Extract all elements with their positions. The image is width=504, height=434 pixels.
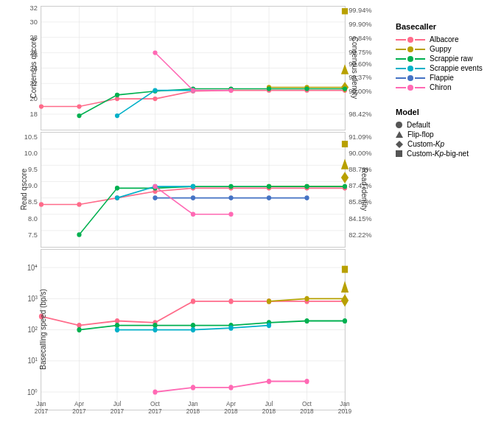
- svg-point-145: [191, 298, 195, 304]
- panel2-y-right-label: Read identity: [360, 168, 368, 211]
- panel1-svg: 18 20 22 24 26 28 30 32 98.42% 99.00% 99…: [41, 7, 345, 130]
- svg-text:8.0: 8.0: [28, 214, 38, 222]
- svg-point-109: [304, 184, 309, 189]
- svg-point-46: [77, 113, 81, 118]
- svg-point-35: [153, 97, 157, 101]
- svg-text:2019: 2019: [338, 407, 351, 415]
- svg-marker-43: [341, 64, 349, 74]
- svg-text:82.22%: 82.22%: [349, 230, 372, 238]
- legend-item-custom-kp-big-net: Custom-Kp-big-net: [396, 150, 498, 158]
- svg-point-90: [77, 202, 81, 207]
- svg-point-47: [115, 93, 119, 97]
- svg-text:2018: 2018: [262, 407, 276, 415]
- svg-point-115: [191, 195, 195, 200]
- svg-text:10.0: 10.0: [24, 148, 38, 156]
- svg-point-121: [228, 211, 233, 217]
- legend-label-guppy: Guppy: [430, 45, 451, 53]
- svg-text:90.00%: 90.00%: [349, 148, 372, 156]
- svg-point-167: [267, 323, 271, 328]
- legend-label-chiron: Chiron: [430, 83, 451, 91]
- svg-point-58: [191, 88, 195, 93]
- svg-point-170: [228, 385, 233, 390]
- legend-area: Basecaller Albacore Guppy: [390, 0, 504, 434]
- svg-text:10.5: 10.5: [24, 132, 38, 140]
- svg-point-55: [153, 88, 157, 93]
- svg-point-107: [228, 184, 233, 189]
- panel2-y-left-label: Read qscore: [20, 169, 28, 211]
- svg-text:2017: 2017: [111, 407, 124, 415]
- panel3-svg: 10⁰ 10¹ 10² 10³ 10⁴: [41, 250, 345, 410]
- svg-text:99.90%: 99.90%: [349, 21, 371, 28]
- svg-text:10²: 10²: [27, 325, 38, 334]
- legend-label-flipflop: Flip-flop: [407, 130, 434, 139]
- legend-item-flipflop: Flip-flop: [396, 130, 498, 139]
- svg-marker-100: [341, 158, 349, 169]
- svg-point-118: [304, 195, 309, 200]
- svg-point-59: [228, 88, 233, 93]
- svg-text:91.09%: 91.09%: [349, 132, 372, 140]
- svg-text:18: 18: [30, 111, 38, 118]
- svg-text:10¹: 10¹: [27, 357, 38, 365]
- svg-point-114: [153, 195, 157, 200]
- svg-text:30: 30: [30, 18, 38, 26]
- svg-point-155: [77, 327, 81, 332]
- svg-text:9.5: 9.5: [28, 165, 38, 173]
- svg-text:2017: 2017: [72, 407, 85, 415]
- svg-text:99.94%: 99.94%: [349, 7, 371, 14]
- svg-point-57: [153, 50, 157, 55]
- svg-text:2018: 2018: [300, 407, 313, 415]
- svg-text:7.5: 7.5: [28, 230, 38, 238]
- chart-area: Consensus qscore Consensus identity 18 2…: [0, 0, 390, 434]
- svg-point-169: [191, 385, 195, 390]
- svg-text:98.42%: 98.42%: [349, 111, 371, 118]
- legend-item-scrappie-raw: Scrappie raw: [396, 55, 498, 63]
- svg-point-162: [343, 318, 347, 323]
- svg-text:2017: 2017: [148, 407, 161, 415]
- svg-point-103: [77, 232, 81, 237]
- svg-point-163: [115, 327, 119, 332]
- panel1: Consensus qscore Consensus identity 18 2…: [41, 6, 346, 130]
- svg-text:10⁴: 10⁴: [27, 263, 38, 272]
- svg-point-165: [191, 327, 195, 332]
- svg-point-33: [77, 104, 81, 108]
- svg-text:32: 32: [30, 4, 38, 12]
- svg-point-54: [115, 113, 119, 118]
- svg-point-111: [115, 195, 119, 200]
- legend-item-scrappie-events: Scrappie events: [396, 64, 498, 72]
- svg-point-150: [267, 298, 271, 304]
- legend-item-guppy: Guppy: [396, 45, 498, 53]
- svg-point-110: [343, 184, 347, 189]
- legend-label-custom-kp-big-net: Custom-Kp-big-net: [407, 150, 469, 158]
- svg-text:2018: 2018: [224, 407, 237, 415]
- svg-point-168: [153, 389, 157, 394]
- diamond-icon: [396, 141, 403, 148]
- legend-basecaller-title: Basecaller: [396, 22, 498, 31]
- legend-item-custom-kp: Custom-Kp: [396, 140, 498, 148]
- svg-text:8.5: 8.5: [28, 197, 38, 206]
- svg-point-172: [304, 379, 309, 384]
- legend-label-scrappie-raw: Scrappie raw: [430, 55, 472, 63]
- svg-point-32: [39, 104, 43, 108]
- legend-label-albacore: Albacore: [430, 35, 458, 43]
- svg-marker-152: [341, 281, 349, 293]
- panel2-svg: 7.5 8.0 8.5 9.0 9.5 10.0 10.5 82.22% 84.…: [41, 133, 345, 247]
- svg-point-89: [39, 202, 43, 207]
- svg-point-119: [153, 184, 157, 189]
- svg-point-108: [267, 184, 271, 189]
- svg-point-161: [304, 318, 309, 323]
- svg-point-151: [304, 296, 309, 301]
- svg-point-51: [267, 86, 271, 91]
- panel3-y-left-label: Basecalling speed (bp/s): [39, 290, 47, 371]
- svg-text:2018: 2018: [186, 407, 200, 415]
- svg-text:10⁰: 10⁰: [27, 388, 38, 396]
- legend-model-title: Model: [396, 108, 498, 116]
- svg-point-53: [343, 86, 347, 91]
- legend-label-flappie: Flappie: [430, 74, 454, 82]
- svg-rect-45: [342, 8, 348, 14]
- legend-label-scrappie-events: Scrappie events: [430, 64, 483, 72]
- svg-point-120: [191, 211, 195, 217]
- legend-item-default: Default: [396, 121, 498, 129]
- svg-rect-154: [342, 266, 348, 273]
- svg-text:2017: 2017: [35, 407, 48, 415]
- svg-text:9.0: 9.0: [28, 181, 38, 189]
